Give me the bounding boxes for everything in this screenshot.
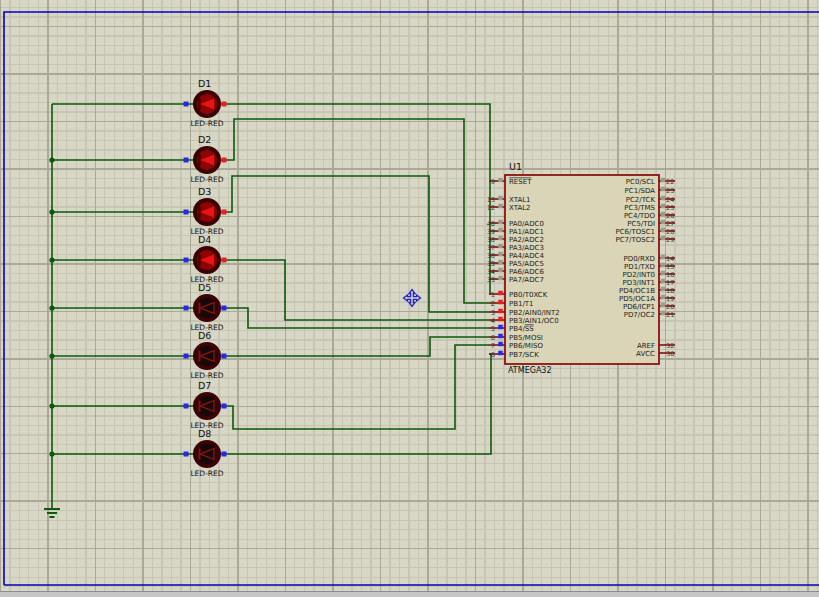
pin-14[interactable]: 14PD0/RXD bbox=[624, 255, 675, 263]
pin-22[interactable]: 22PC0/SCL bbox=[626, 178, 675, 186]
pin-label: RESET bbox=[509, 178, 532, 186]
pin-label: PB3/AIN1/OC0 bbox=[509, 317, 559, 325]
pin-label: PD7/OC2 bbox=[624, 311, 655, 319]
pin-state-indicator bbox=[661, 271, 666, 276]
pin-number: 21 bbox=[666, 311, 674, 319]
pin-3[interactable]: 3PB2/AIN0/INT2 bbox=[489, 309, 560, 317]
ground-symbol[interactable] bbox=[44, 509, 60, 517]
pin-state-indicator bbox=[498, 342, 503, 347]
wire-d3-pb2[interactable] bbox=[218, 176, 489, 312]
pin-40[interactable]: 40PA0/ADC0 bbox=[487, 220, 544, 228]
pin-35[interactable]: 35PA5/ADC5 bbox=[487, 260, 544, 268]
pin-state-indicator bbox=[498, 252, 503, 257]
wires[interactable] bbox=[49, 104, 491, 509]
pin-state-indicator bbox=[661, 220, 666, 225]
pin-number: 14 bbox=[666, 255, 674, 263]
pin-28[interactable]: 28PC6/TOSC1 bbox=[616, 228, 676, 236]
pin-state-indicator bbox=[498, 220, 503, 225]
pin-state-indicator bbox=[498, 309, 503, 314]
led-D4[interactable]: D4LED-RED bbox=[184, 234, 227, 284]
pin-state-indicator bbox=[184, 354, 189, 359]
pin-number: 19 bbox=[666, 295, 674, 303]
pin-15[interactable]: 15PD1/TXD bbox=[624, 263, 675, 271]
wire-d4-pb3[interactable] bbox=[218, 260, 489, 320]
led-D8[interactable]: D8LED-RED bbox=[184, 428, 227, 478]
pin-state-indicator bbox=[661, 311, 666, 316]
pin-state-indicator bbox=[498, 228, 503, 233]
pin-34[interactable]: 34PA6/ADC6 bbox=[487, 268, 545, 276]
led-ref-label: D8 bbox=[198, 428, 211, 439]
pin-2[interactable]: 2PB1/T1 bbox=[489, 300, 534, 308]
pin-26[interactable]: 26PC4/TDO bbox=[624, 212, 675, 220]
pin-number: 5 bbox=[491, 325, 495, 333]
led-ref-label: D6 bbox=[198, 330, 211, 341]
pin-18[interactable]: 18PD4/OC1B bbox=[619, 287, 675, 295]
pin-7[interactable]: 7PB6/MISO bbox=[489, 342, 543, 350]
pin-state-indicator bbox=[498, 196, 503, 201]
pin-21[interactable]: 21PD7/OC2 bbox=[624, 311, 675, 319]
pin-state-indicator bbox=[222, 354, 227, 359]
pin-number: 35 bbox=[487, 260, 495, 268]
led-ref-label: D7 bbox=[198, 380, 211, 391]
pin-24[interactable]: 24PC2/TCK bbox=[626, 196, 675, 204]
pin-16[interactable]: 16PD2/INT0 bbox=[623, 271, 675, 279]
origin-marker-icon bbox=[404, 290, 421, 307]
pin-label: PB5/MOSI bbox=[509, 334, 543, 342]
pin-number: 17 bbox=[666, 279, 674, 287]
pin-19[interactable]: 19PD5/OC1A bbox=[619, 295, 675, 303]
pin-label: PC2/TCK bbox=[626, 196, 656, 204]
pin-37[interactable]: 37PA3/ADC3 bbox=[487, 244, 544, 252]
pin-6[interactable]: 6PB5/MOSI bbox=[489, 334, 543, 342]
pin-label: PA0/ADC0 bbox=[509, 220, 544, 228]
pin-number: 7 bbox=[491, 342, 495, 350]
pin-23[interactable]: 23PC1/SDA bbox=[625, 187, 675, 195]
led-D3[interactable]: D3LED-RED bbox=[184, 186, 227, 236]
junction-dot bbox=[49, 257, 54, 262]
pin-label: PB1/T1 bbox=[509, 300, 534, 308]
pin-state-indicator bbox=[184, 158, 189, 163]
pin-label: PB0/T0XCK bbox=[509, 291, 548, 299]
pin-9[interactable]: 9RESET bbox=[489, 178, 532, 186]
wire-d7-pb6[interactable] bbox=[218, 345, 489, 429]
schematic-drawing: D1LED-REDD2LED-REDD3LED-REDD4LED-REDD5LE… bbox=[0, 0, 819, 597]
pin-29[interactable]: 29PC7/TOSC2 bbox=[616, 236, 676, 244]
pin-state-indicator bbox=[661, 236, 666, 241]
pin-number: 12 bbox=[487, 204, 495, 212]
pin-12[interactable]: 12XTAL2 bbox=[487, 204, 531, 212]
pin-38[interactable]: 38PA2/ADC2 bbox=[487, 236, 544, 244]
wire-d6-pb5[interactable] bbox=[218, 337, 489, 356]
pin-13[interactable]: 13XTAL1 bbox=[487, 196, 531, 204]
led-D7[interactable]: D7LED-RED bbox=[184, 380, 227, 430]
pin-36[interactable]: 36PA4/ADC4 bbox=[487, 252, 545, 260]
pin-17[interactable]: 17PD3/INT1 bbox=[623, 279, 675, 287]
pin-8[interactable]: 8PB7/SCK bbox=[489, 351, 539, 359]
led-D2[interactable]: D2LED-RED bbox=[184, 134, 227, 184]
pin-1[interactable]: 1PB0/T0XCK bbox=[489, 291, 548, 299]
schematic-canvas[interactable]: D1LED-REDD2LED-REDD3LED-REDD4LED-REDD5LE… bbox=[0, 0, 819, 597]
pin-label: XTAL2 bbox=[509, 204, 531, 212]
pin-number: 6 bbox=[491, 334, 495, 342]
sheet-border bbox=[4, 12, 819, 585]
wire-d2-pb1[interactable] bbox=[218, 119, 489, 303]
pin-27[interactable]: 27PC5/TDI bbox=[627, 220, 675, 228]
led-D6[interactable]: D6LED-RED bbox=[184, 330, 227, 380]
pin-39[interactable]: 39PA1/ADC1 bbox=[487, 228, 544, 236]
led-ref-label: D3 bbox=[198, 186, 211, 197]
pin-20[interactable]: 20PD6/ICP1 bbox=[623, 303, 675, 311]
chip-U1[interactable]: U1ATMEGA329RESET13XTAL112XTAL240PA0/ADC0… bbox=[487, 161, 675, 375]
pin-label: AVCC bbox=[636, 350, 655, 358]
pin-25[interactable]: 25PC3/TMS bbox=[624, 204, 675, 212]
pin-label: PD0/RXD bbox=[624, 255, 655, 263]
chip-ref-label: U1 bbox=[509, 161, 522, 172]
wire-d5-pb4[interactable] bbox=[218, 308, 489, 328]
pin-state-indicator bbox=[222, 258, 227, 263]
pin-state-indicator bbox=[498, 236, 503, 241]
wire-d8-pb7[interactable] bbox=[218, 354, 491, 454]
pin-4[interactable]: 4PB3/AIN1/OC0 bbox=[489, 317, 559, 325]
pin-5[interactable]: 5PB4/SS bbox=[489, 325, 534, 333]
led-D5[interactable]: D5LED-RED bbox=[184, 282, 227, 332]
pin-label: AREF bbox=[637, 342, 655, 350]
pin-33[interactable]: 33PA7/ADC7 bbox=[487, 276, 544, 284]
wire-d1-pb0[interactable] bbox=[218, 104, 490, 294]
led-D1[interactable]: D1LED-RED bbox=[184, 78, 227, 128]
